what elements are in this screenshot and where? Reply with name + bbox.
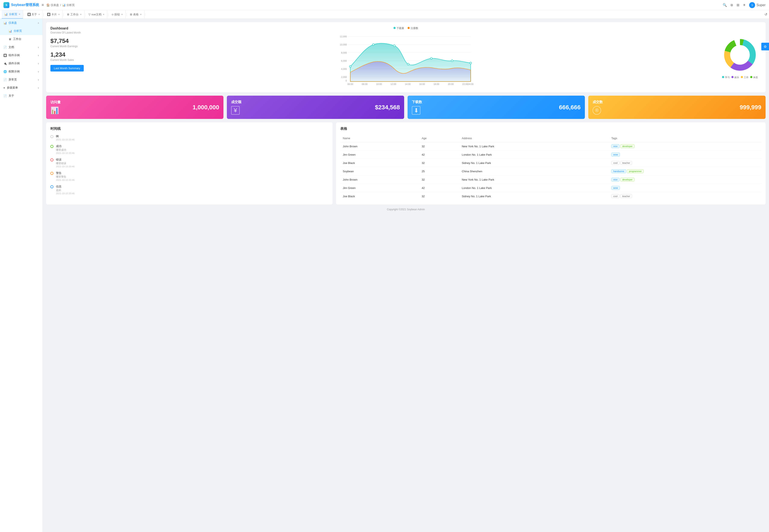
- yuan-icon: ¥: [231, 106, 240, 115]
- sidebar-label: 工作台: [13, 37, 21, 41]
- breadcrumb-item-1[interactable]: 🏠 仪表盘: [46, 3, 59, 7]
- timeline-time: 2021-10-10 20:46: [56, 179, 75, 181]
- tab-workbench[interactable]: 🖥 工作台 ✕: [64, 10, 84, 19]
- workbench-icon: 🖥: [9, 38, 11, 41]
- sidebar-item-analysis[interactable]: 📊 分析页: [0, 27, 42, 35]
- tag: teacher: [620, 161, 632, 165]
- transactions-label: 成交数: [593, 100, 603, 104]
- sidebar-label: 异常页: [9, 78, 17, 82]
- svg-point-24: [372, 44, 374, 45]
- tab-close[interactable]: ✕: [80, 13, 82, 16]
- svg-text:0: 0: [345, 79, 347, 82]
- sidebar-item-plugins[interactable]: 🔌 插件示例 ∨: [0, 59, 42, 67]
- nav-user[interactable]: S Super: [749, 2, 766, 8]
- sidebar-label: 组件示例: [9, 53, 20, 57]
- dashboard-subtitle: Overview Of Lasted Month: [50, 31, 93, 34]
- dashboard-card: Dashboard Overview Of Lasted Month $7,75…: [46, 22, 766, 92]
- tab-close[interactable]: ✕: [140, 13, 142, 16]
- cell-tags: coolteacher: [609, 159, 761, 167]
- line-chart: 下载量 注册数 12,000 10,000 8,000 6,000: [97, 26, 714, 88]
- timeline-label: 信息: [56, 185, 75, 189]
- sidebar-label: 权限示例: [9, 70, 20, 73]
- dashboard-icon: 📊: [3, 21, 7, 25]
- settings-fab[interactable]: ⚙: [761, 43, 769, 50]
- cell-age: 32: [419, 142, 459, 151]
- tab-label: ▽ vue文档: [88, 13, 101, 16]
- tab-about[interactable]: 🔲 关于 ✕: [25, 10, 43, 19]
- sidebar-item-about[interactable]: 📄 关于: [0, 92, 42, 100]
- timeline-time: 2021-10-10 20:46: [56, 165, 75, 168]
- tab-close[interactable]: ✕: [58, 13, 60, 16]
- tag: programmer: [627, 169, 644, 173]
- sidebar-item-errors[interactable]: 📄 异常页 ∨: [0, 76, 42, 84]
- sidebar-item-components[interactable]: 🔲 组件示例 ∨: [0, 51, 42, 59]
- timeline-item-default: 啊 2021-10-10 20:46: [50, 134, 328, 141]
- svg-text:24:00: 24:00: [468, 83, 474, 85]
- last-month-summary-button[interactable]: Last Month Summary: [50, 65, 84, 72]
- grid-icon[interactable]: ⊞: [737, 3, 739, 7]
- timeline-time: 2021-10-10 20:46: [56, 152, 75, 154]
- theme-icon[interactable]: ☀: [743, 3, 746, 7]
- tab-vue[interactable]: ▽ vue文档 ✕: [86, 10, 107, 19]
- table-header: Name Age Address Tags: [340, 134, 761, 142]
- separator: |: [84, 13, 86, 16]
- area-chart-svg: 12,000 10,000 8,000 6,000 4,000 2,000 0 …: [97, 32, 714, 87]
- errors-icon: 📄: [3, 78, 7, 81]
- svg-point-27: [431, 57, 432, 59]
- svg-text:08:00: 08:00: [362, 83, 367, 85]
- data-table: Name Age Address Tags John Brown32New Yo…: [340, 134, 761, 200]
- breadcrumb-item-2[interactable]: 📊 分析页: [62, 3, 75, 7]
- visits-value: 1,000,000: [192, 104, 219, 111]
- sidebar-item-docs[interactable]: 📄 文档 ∨: [0, 43, 42, 51]
- logo: S Soybean管理系统: [3, 2, 39, 8]
- registered-icon: ®: [593, 106, 601, 115]
- cell-tags: nicedeveloper: [609, 142, 761, 151]
- timeline-content: 啊 2021-10-10 20:46: [56, 134, 75, 141]
- table-row: Jim Green42London No. 1 Lake Parkwow: [340, 151, 761, 159]
- separator: |: [144, 13, 146, 16]
- separator: |: [43, 13, 44, 16]
- cell-name: Jim Green: [340, 184, 419, 192]
- tab-card[interactable]: 🔲 卡片 ✕: [44, 10, 63, 19]
- sidebar-label: 分析页: [14, 29, 22, 33]
- svg-text:22:00: 22:00: [462, 83, 468, 85]
- components-icon: 🔲: [3, 54, 7, 57]
- timeline-item-error: 错误 哪里错误 2021-10-10 20:46: [50, 158, 328, 168]
- avatar: S: [749, 2, 755, 8]
- tab-label: 🔲 卡片: [47, 13, 57, 16]
- header-row: Name Age Address Tags: [340, 134, 761, 142]
- app-name: Soybean管理系统: [11, 3, 39, 7]
- plugins-icon: 🔌: [3, 62, 7, 65]
- tab-table[interactable]: ⊞ 表格 ✕: [127, 10, 144, 19]
- tab-analysis[interactable]: 📊 分析页 ✕: [2, 10, 23, 19]
- sidebar-item-workbench[interactable]: 🖥 工作台: [0, 35, 42, 43]
- cell-address: New York No. 1 Lake Park: [459, 142, 609, 151]
- tab-close[interactable]: ✕: [19, 13, 20, 15]
- sidebar-item-dashboard[interactable]: 📊 仪表盘 ∧: [0, 19, 42, 27]
- svg-text:20:00: 20:00: [448, 83, 454, 85]
- search-icon[interactable]: 🔍: [723, 3, 727, 7]
- cell-tags: handsomeprogrammer: [609, 167, 761, 175]
- chevron-down-icon: ∨: [38, 62, 39, 65]
- tab-label: 分析页: [9, 12, 17, 16]
- sales-value: 1,234: [50, 51, 93, 58]
- tab-refresh-btn[interactable]: ↺: [765, 12, 767, 16]
- tab-label: 🔲 关于: [27, 13, 37, 16]
- sidebar-item-menu[interactable]: ≡ 多级菜单 ∨: [0, 84, 42, 92]
- separator: |: [23, 13, 25, 16]
- top-nav: S Soybean管理系统 ≡ 🏠 仪表盘 / 📊 分析页 🔍 ⊛ ⊞ ☀ S …: [0, 0, 769, 10]
- tab-close[interactable]: ✕: [103, 13, 104, 16]
- cell-tags: wow: [609, 151, 761, 159]
- donut-svg: [721, 36, 759, 74]
- table-row: John Brown32New York No. 1 Lake Parknice…: [340, 175, 761, 184]
- chevron-down-icon: ∨: [38, 54, 39, 57]
- github-icon[interactable]: ⊛: [730, 3, 733, 7]
- tab-button[interactable]: ⊙ 按钮 ✕: [109, 10, 126, 19]
- breadcrumb-separator: /: [60, 3, 61, 7]
- sidebar-item-permissions[interactable]: 🌐 权限示例 ∨: [0, 67, 42, 76]
- collapse-btn[interactable]: ≡: [42, 3, 44, 7]
- tab-close[interactable]: ✕: [121, 13, 123, 16]
- timeline-sub: 哪里错误: [56, 162, 75, 165]
- tab-close[interactable]: ✕: [38, 13, 40, 16]
- tag: teacher: [620, 194, 632, 198]
